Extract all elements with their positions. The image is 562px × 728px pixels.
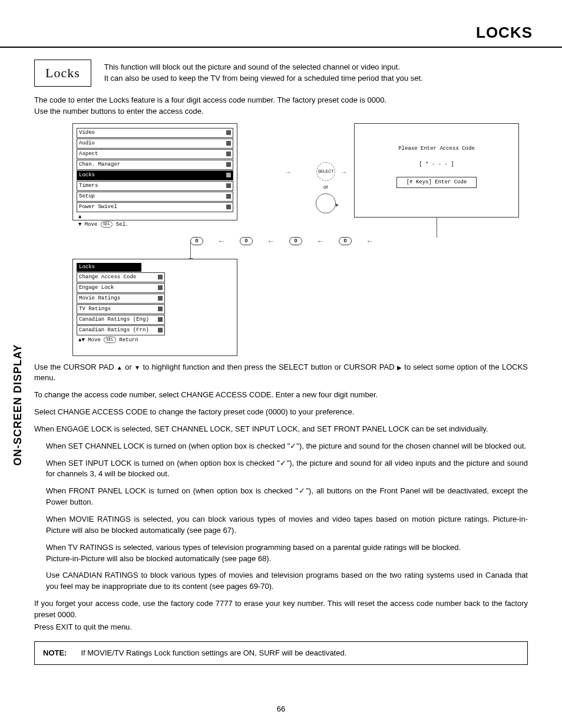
page-number: 66 [0, 704, 562, 713]
front-panel-lock-para: When FRONT PANEL LOCK is turned on (when… [46, 486, 528, 508]
access-line-1: The code to enter the Locks feature is a… [34, 95, 386, 104]
digit-button-0: 0 [190, 237, 203, 245]
osd-menu-label: Chan. Manager [79, 161, 120, 169]
hint-move: Move [88, 337, 101, 343]
indicator-icon [226, 173, 231, 177]
osd-menu-item: Aspect [77, 149, 233, 159]
osd-menu-item: Power Swivel [77, 202, 233, 212]
sel-key-pill: SEL [104, 337, 116, 343]
txt: or [123, 363, 134, 371]
arrow-right-icon: → [340, 167, 348, 177]
locks-submenu-label: Engage Lock [79, 284, 114, 292]
change-code-1: To change the access code number, select… [34, 390, 528, 401]
indicator-icon [158, 328, 163, 332]
connector-line-icon [437, 218, 437, 238]
check-icon [298, 486, 306, 495]
osd-access-code-panel: Please Enter Access Code [ * - - - ] [# … [354, 123, 519, 218]
indicator-icon [158, 307, 163, 311]
osd-menu-label: Aspect [79, 150, 98, 158]
osd-menu-label: Timers [79, 182, 98, 190]
osd-menu-item: Chan. Manager [77, 160, 233, 170]
tv-ratings-para: When TV RATINGS is selected, various typ… [46, 542, 528, 565]
indicator-icon [226, 205, 231, 209]
digit-button-0: 0 [240, 237, 253, 245]
indicator-icon [158, 296, 163, 301]
locks-submenu-item: Canadian Ratings (Eng) [77, 315, 165, 325]
osd-menu-item: Audio [77, 139, 233, 149]
digit-button-0: 0 [339, 237, 352, 245]
locks-submenu-item: Canadian Ratings (Frn) [77, 325, 165, 335]
diagram-area: VideoAudioAspectChan. ManagerLocksTimers… [72, 123, 528, 356]
arrow-right-icon: → [285, 167, 292, 177]
page-title: LOCKS [29, 24, 533, 42]
txt: When SET CHANNEL LOCK is turned on (when… [46, 442, 290, 450]
indicator-icon [226, 162, 231, 167]
change-code-2: Select CHANGE ACCESS CODE to change the … [34, 407, 528, 418]
osd-menu-label: Video [79, 129, 95, 137]
txt: "), the picture and sound for the chosen… [296, 442, 526, 450]
osd-main-menu-panel: VideoAudioAspectChan. ManagerLocksTimers… [72, 123, 237, 220]
check-icon [290, 442, 296, 450]
set-input-lock-para: When SET INPUT LOCK is turned on (when o… [46, 458, 528, 480]
note-box: NOTE: If MOVIE/TV Ratings Lock function … [34, 641, 528, 666]
txt: Picture-in-Picture will also be blocked … [46, 554, 271, 563]
arrow-left-icon: ← [316, 235, 325, 247]
locks-submenu-label: Canadian Ratings (Eng) [79, 316, 149, 324]
movie-ratings-para: When MOVIE RATINGS is selected, you can … [46, 514, 528, 536]
access-code-mask: [ * - - - ] [358, 161, 515, 169]
indicator-icon [158, 275, 163, 279]
intro-line-2: It can also be used to keep the TV from … [104, 74, 423, 83]
access-code-hint: [# Keys] Enter Code [396, 177, 477, 188]
osd-menu-label: Locks [79, 172, 95, 179]
txt: When TV RATINGS is selected, various typ… [46, 543, 461, 552]
osd-menu-label: Setup [79, 193, 95, 200]
osd-menu-label: Audio [79, 140, 95, 147]
canadian-ratings-para: Use CANADIAN RATINGS to block various ty… [46, 570, 528, 592]
intro-row: Locks This function will block out the p… [34, 60, 528, 87]
osd-main-footer: ▲▼ Move SEL Sel. [77, 213, 233, 229]
digit-button-0: 0 [289, 237, 302, 245]
arrow-left-icon: ← [267, 235, 275, 247]
osd-menu-item: Locks [77, 170, 233, 180]
intro-line-1: This function will block out the picture… [104, 62, 400, 71]
locks-submenu-label: Change Access Code [79, 274, 136, 281]
locks-submenu-label: Movie Ratings [79, 295, 120, 302]
arrow-up-icon [117, 363, 123, 371]
locks-submenu-item: TV Ratings [77, 304, 165, 314]
locks-submenu-title: Locks [77, 263, 141, 272]
intro-text: This function will block out the picture… [104, 62, 528, 84]
hint-move: Move [85, 222, 98, 228]
check-icon [280, 459, 287, 467]
or-label: or [305, 183, 346, 191]
arrow-left-icon: ← [217, 235, 226, 247]
forgot-code-para: If you forget your access code, use the … [34, 598, 528, 621]
access-line-2: Use the number buttons to enter the acce… [34, 107, 204, 116]
locks-badge: Locks [34, 60, 91, 87]
page-header: LOCKS [0, 0, 562, 48]
content-area: Locks This function will block out the p… [0, 48, 562, 665]
indicator-icon [158, 285, 163, 290]
hint-sel: Sel. [116, 222, 129, 228]
access-para: The code to enter the Locks feature is a… [34, 95, 528, 117]
hint-return: Return [119, 337, 138, 343]
locks-submenu-title-text: Locks [79, 263, 95, 271]
indicator-icon [226, 183, 231, 188]
set-channel-lock-para: When SET CHANNEL LOCK is turned on (when… [46, 441, 528, 452]
note-text: If MOVIE/TV Ratings Lock function settin… [81, 648, 346, 659]
engage-lock-para: When ENGAGE LOCK is selected, SET CHANNE… [34, 424, 528, 435]
locks-submenu-item: Movie Ratings [77, 294, 165, 304]
locks-submenu-label: TV Ratings [79, 305, 111, 313]
txt: When FRONT PANEL LOCK is turned on (when… [46, 486, 298, 495]
select-button-icon: SELECT [316, 162, 335, 181]
cursor-ring-icon [316, 193, 336, 213]
zero-buttons-row: 0 ← 0 ← 0 ← 0 ← [190, 235, 374, 247]
osd-menu-item: Setup [77, 192, 233, 202]
arrow-right-icon [397, 363, 402, 371]
osd-locks-footer: ▲▼ Move SEL Return [77, 337, 233, 344]
access-code-title: Please Enter Access Code [358, 145, 515, 153]
osd-locks-submenu-panel: Locks Change Access CodeEngage LockMovie… [72, 259, 237, 356]
sel-key-pill: SEL [101, 221, 113, 228]
indent-block: When SET CHANNEL LOCK is turned on (when… [34, 441, 528, 592]
txt: to highlight function and then press the… [140, 363, 396, 371]
locks-submenu-item: Engage Lock [77, 283, 165, 293]
